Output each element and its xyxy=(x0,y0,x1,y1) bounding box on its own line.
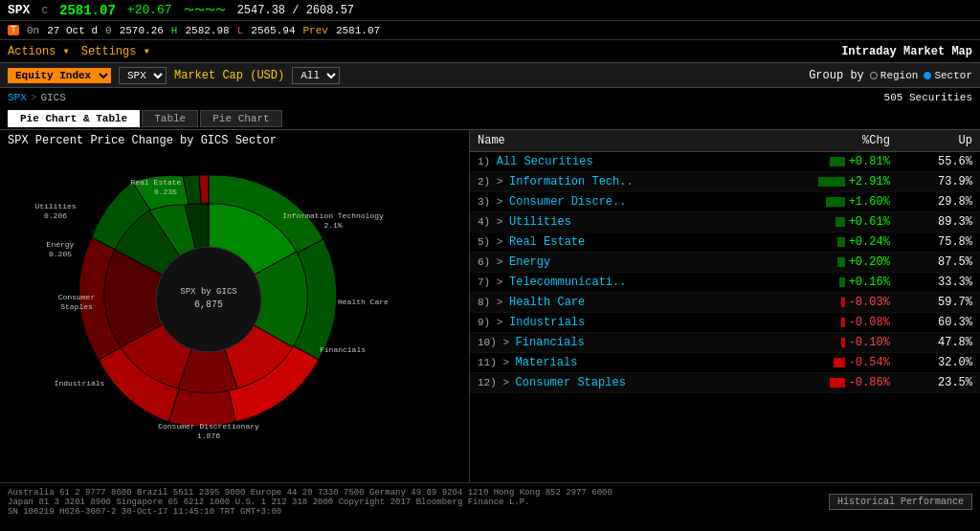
hi-label: H xyxy=(171,25,178,36)
col-header-up[interactable]: Up xyxy=(898,130,980,152)
intraday-label: Intraday Market Map xyxy=(841,45,972,58)
chart-title: SPX Percent Price Change by GICS Sector xyxy=(8,134,461,147)
table-row[interactable]: 1) All Securities+0.81%55.6% xyxy=(470,152,980,172)
sector-radio-dot[interactable] xyxy=(924,72,931,79)
date-bar: T 0n 27 Oct d 0 2570.26 H 2582.98 L 2565… xyxy=(0,21,980,40)
table-row[interactable]: 6) > Energy+0.20%87.5% xyxy=(470,253,980,273)
col-header-name[interactable]: Name xyxy=(470,130,753,152)
svg-text:Consumer Discretionary: Consumer Discretionary xyxy=(158,422,259,431)
footer-line1: Australia 61 2 9777 8600 Brazil 5511 239… xyxy=(8,488,612,498)
breadcrumb-spx[interactable]: SPX xyxy=(8,92,27,103)
cell-up: 75.8% xyxy=(898,232,980,253)
pct-value: +0.24% xyxy=(849,235,890,249)
table-row[interactable]: 4) > Utilities+0.61%89.3% xyxy=(470,212,980,232)
tab-pie-chart-table[interactable]: Pie Chart & Table xyxy=(8,110,140,127)
mini-bar xyxy=(841,318,845,327)
footer-line2: Japan 81 3 3201 8900 Singapore 65 6212 1… xyxy=(8,498,612,507)
prev-label: Prev xyxy=(303,25,328,36)
lo-label: L xyxy=(237,25,244,36)
cell-pct: +0.81% xyxy=(753,152,898,172)
svg-text:Real Estate: Real Estate xyxy=(131,178,182,187)
pct-value: -0.03% xyxy=(849,296,890,309)
svg-text:Staples: Staples xyxy=(60,302,93,311)
cell-pct: +1.60% xyxy=(753,192,898,212)
actions-menu[interactable]: Actions ▾ xyxy=(8,44,70,58)
index-select[interactable]: SPX xyxy=(119,67,167,84)
svg-text:Energy: Energy xyxy=(47,240,75,249)
table-row[interactable]: 3) > Consumer Discre..+1.60%29.8% xyxy=(470,192,980,212)
group-by-label: Group by xyxy=(809,69,864,82)
cell-up: 32.0% xyxy=(898,353,980,373)
svg-text:2.1%: 2.1% xyxy=(323,221,342,230)
svg-text:Financials: Financials xyxy=(320,345,366,354)
ticker-change: +20.67 xyxy=(127,3,172,17)
table-row[interactable]: 12) > Consumer Staples-0.86%23.5% xyxy=(470,373,980,393)
table-row[interactable]: 2) > Information Tech..+2.91%73.9% xyxy=(470,172,980,192)
cell-name: 6) > Energy xyxy=(470,253,753,273)
col-header-pct[interactable]: %Chg xyxy=(753,130,898,152)
cell-up: 87.5% xyxy=(898,253,980,273)
sector-radio[interactable]: Sector xyxy=(924,70,972,81)
table-row[interactable]: 11) > Materials-0.54%32.0% xyxy=(470,353,980,373)
pct-value: +0.20% xyxy=(849,255,890,269)
pct-value: +1.60% xyxy=(849,195,890,209)
region-radio[interactable]: Region xyxy=(870,70,919,81)
mini-bar xyxy=(841,338,845,347)
svg-text:Utilities: Utilities xyxy=(34,202,76,210)
footer: Australia 61 2 9777 8600 Brazil 5511 239… xyxy=(0,482,980,520)
open-label: 0 xyxy=(105,25,112,36)
breadcrumb-bar: SPX > GICS 505 Securities xyxy=(0,88,980,107)
actions-bar: Actions ▾ Settings ▾ Intraday Market Map xyxy=(0,40,980,63)
group-by-section: Group by Region Sector xyxy=(809,69,972,82)
breadcrumb: SPX > GICS xyxy=(8,92,66,103)
cell-pct: +0.16% xyxy=(753,273,898,293)
pct-value: -0.86% xyxy=(849,376,890,389)
cell-up: 60.3% xyxy=(898,313,980,333)
cell-name: 11) > Materials xyxy=(470,353,753,373)
mini-bar xyxy=(837,257,845,267)
region-label: Region xyxy=(880,70,919,81)
equity-index-select[interactable]: Equity Index xyxy=(8,68,111,83)
cell-name: 3) > Consumer Discre.. xyxy=(470,192,753,212)
c-label: C xyxy=(41,5,48,16)
table-row[interactable]: 8) > Health Care-0.03%59.7% xyxy=(470,293,980,313)
securities-count: 505 Securities xyxy=(884,92,972,103)
svg-text:SPX by GICS: SPX by GICS xyxy=(180,287,236,297)
cell-name: 10) > Financials xyxy=(470,333,753,353)
svg-text:6,875: 6,875 xyxy=(194,299,223,310)
cell-name: 8) > Health Care xyxy=(470,293,753,313)
svg-text:0.235: 0.235 xyxy=(154,188,177,196)
market-cap-select[interactable]: All xyxy=(292,67,340,84)
cell-pct: -0.03% xyxy=(753,293,898,313)
cell-up: 59.7% xyxy=(898,293,980,313)
mini-bar xyxy=(835,217,845,227)
historical-performance-button[interactable]: Historical Performance xyxy=(829,494,972,510)
data-table-area: Name %Chg Up 1) All Securities+0.81%55.6… xyxy=(469,130,980,482)
bloomberg-icon: T xyxy=(8,25,19,35)
table-row[interactable]: 7) > Telecommunicati..+0.16%33.3% xyxy=(470,273,980,293)
prev-value: 2581.07 xyxy=(336,25,380,36)
main-content: SPX Percent Price Change by GICS Sector xyxy=(0,130,980,482)
table-row[interactable]: 9) > Industrials-0.08%60.3% xyxy=(470,313,980,333)
table-row[interactable]: 10) > Financials-0.10%47.8% xyxy=(470,333,980,353)
cell-up: 89.3% xyxy=(898,212,980,232)
mini-bar xyxy=(839,277,845,287)
pct-value: +2.91% xyxy=(849,175,890,188)
breadcrumb-gics: GICS xyxy=(40,92,65,103)
tab-pie-chart[interactable]: Pie Chart xyxy=(200,110,281,127)
ticker-symbol: SPX xyxy=(8,3,30,17)
settings-menu[interactable]: Settings ▾ xyxy=(81,44,150,58)
svg-text:Industrials: Industrials xyxy=(55,379,105,387)
tab-table[interactable]: Table xyxy=(142,110,198,127)
cell-name: 1) All Securities xyxy=(470,152,753,172)
svg-text:1.876: 1.876 xyxy=(197,431,220,440)
region-radio-dot[interactable] xyxy=(870,72,878,79)
svg-text:Information Technology: Information Technology xyxy=(282,211,384,220)
pct-value: +0.16% xyxy=(849,276,890,289)
mini-bar xyxy=(834,358,845,367)
breadcrumb-sep: > xyxy=(31,92,37,103)
ticker-sparkline: 〜〜〜〜 xyxy=(184,3,226,17)
table-row[interactable]: 5) > Real Estate+0.24%75.8% xyxy=(470,232,980,253)
donut-container: Information Technology 2.1% Financials C… xyxy=(8,151,410,457)
date-value: 27 Oct d xyxy=(47,25,98,36)
